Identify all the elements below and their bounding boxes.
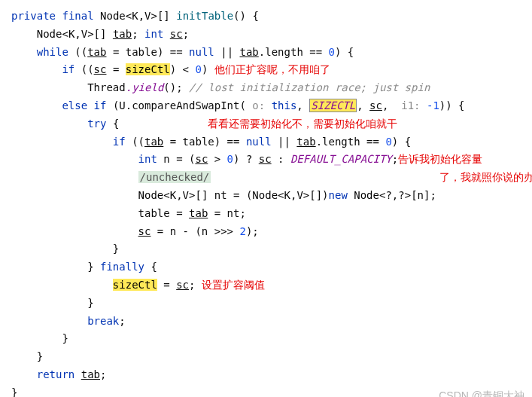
op: ) == (157, 46, 189, 58)
var-sc: sc (94, 63, 107, 75)
semi: ; (132, 28, 144, 40)
param-hint: o: (246, 99, 272, 111)
kw-this: this (272, 99, 297, 111)
paren: (( (126, 136, 144, 148)
var-sc: sc (170, 28, 183, 40)
annotation: 他们正扩容呢，不用咱了 (214, 63, 330, 75)
type-node: Node (354, 189, 379, 201)
space (163, 28, 169, 40)
kw-try: try (87, 118, 106, 130)
num: 2 (239, 225, 245, 237)
brace: } (113, 243, 119, 255)
field-table: table (183, 136, 214, 148)
op: ) ? (233, 153, 259, 165)
num: 0 (329, 46, 335, 58)
num: 0 (385, 136, 391, 148)
kw-return: return (37, 368, 75, 380)
angle: < (278, 189, 284, 201)
semi: ; (189, 279, 202, 291)
annotation: 了，我就照你说的办 (439, 171, 532, 183)
op: = nt; (208, 207, 246, 219)
op: ) == (214, 136, 246, 148)
type-v: V (81, 28, 87, 40)
op: = (157, 279, 176, 291)
kw-int: int (138, 153, 157, 165)
var-tab: tab (87, 46, 106, 58)
paren: (( (68, 46, 87, 58)
comma: , (382, 99, 395, 111)
kw-private: private (11, 10, 56, 22)
brace: ) { (392, 136, 411, 148)
comma: , (176, 189, 182, 201)
bracket: <?,?>[n]; (379, 189, 436, 201)
type-node: Node (37, 28, 62, 40)
comma: , (296, 99, 309, 111)
var-u: U (119, 99, 125, 111)
brace: ) { (335, 46, 354, 58)
space (74, 368, 81, 380)
space (348, 189, 354, 201)
annotation: 看看还需要初始化不，需要初始化咱就干 (208, 118, 397, 130)
op: || (272, 136, 297, 148)
field-table: table (126, 46, 157, 58)
prop-length: .length == (259, 46, 329, 58)
param-hint: i1: (395, 99, 427, 111)
op: = (170, 207, 189, 219)
prop-length: .length == (316, 136, 386, 148)
inspection-hint: /unchecked/ (138, 171, 211, 183)
kw-if: if (113, 136, 126, 148)
brace: { (106, 118, 119, 130)
brace: } (87, 297, 93, 309)
kw-finally: finally (100, 261, 144, 273)
annotation: 告诉我初始化容量 (398, 153, 482, 165)
paren: (); (163, 81, 189, 93)
var-tab: tab (144, 136, 163, 148)
num: 0 (227, 153, 233, 165)
method-yield: .yield (126, 81, 164, 93)
semi: ; (392, 153, 398, 165)
paren: ) (202, 63, 214, 75)
paren: ); (246, 225, 259, 237)
method-cas: .compareAndSwapInt( (126, 99, 246, 111)
kw-null: null (189, 46, 214, 58)
angle: < (62, 28, 68, 40)
angle: < (126, 10, 132, 22)
type-v: V (144, 10, 150, 22)
bracket: >[] nt = ( (189, 189, 252, 201)
type-k: K (132, 10, 138, 22)
type-v: V (296, 189, 302, 201)
op: = n - (n >>> (150, 225, 239, 237)
class-thread: Thread (87, 81, 126, 93)
const-capacity: DEFAULT_CAPACITY (290, 153, 392, 165)
comment: // lost initialization race; just spin (189, 81, 430, 93)
paren: ( (106, 99, 119, 111)
kw-break: break (87, 315, 119, 327)
brace: } (37, 350, 43, 362)
semi: ; (100, 368, 106, 380)
op: : (272, 153, 290, 165)
op: ) < (170, 63, 196, 75)
var-tab: tab (81, 368, 100, 380)
semi: ; (183, 28, 189, 40)
brace: } (62, 332, 68, 344)
var-sc: sc (195, 153, 208, 165)
num: 0 (195, 63, 201, 75)
bracket: >[]) (303, 189, 329, 201)
kw-final: final (62, 10, 93, 22)
paren: () { (233, 10, 259, 22)
comma: , (138, 10, 144, 22)
field-sizectl: sizeCtl (113, 279, 157, 291)
comma: , (74, 28, 81, 40)
type-node: Node (138, 189, 164, 201)
field-sizectl: sizeCtl (126, 63, 170, 75)
var-sc: sc (138, 225, 151, 237)
op: = (106, 46, 125, 58)
var-tab: tab (113, 28, 132, 40)
brace: )) { (439, 99, 465, 111)
space (119, 118, 208, 130)
var-sc: sc (176, 279, 189, 291)
op: > (208, 153, 226, 165)
method-name: initTable (176, 10, 233, 22)
angle: < (163, 189, 169, 201)
code-block: private final Node<K,V>[] initTable() { … (11, 8, 521, 397)
